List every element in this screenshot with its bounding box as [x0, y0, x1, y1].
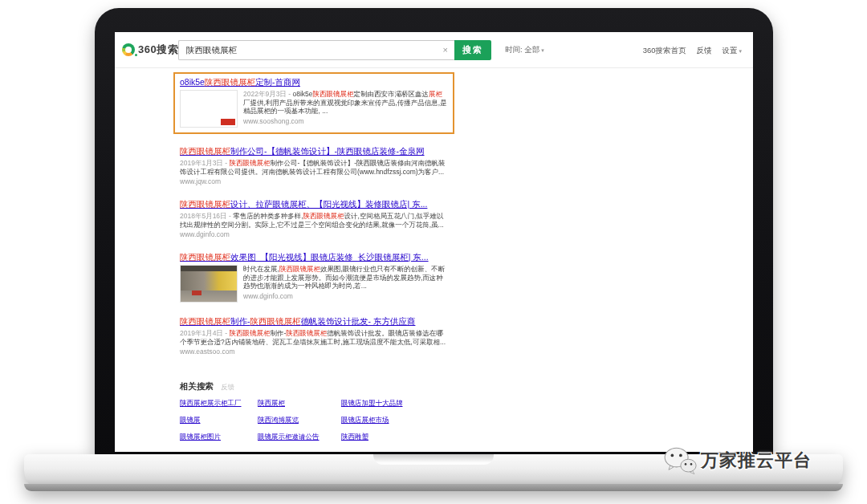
laptop-screen-bezel: 360搜索 陕西眼镜展柜 × 搜索 时间: 全部▾ 360搜索首页 反馈 设置▾ — [95, 8, 773, 464]
watermark: 万家推云平台 — [663, 446, 812, 475]
wechat-icon — [663, 446, 697, 475]
related-search-link[interactable]: 陕西展柜展示柜工厂 — [180, 399, 242, 408]
highlighted-keyword: 陕西眼镜展柜 — [312, 90, 353, 98]
result-text: 2019年1月3日 - 陕西眼镜展柜制作公司-【德帆装饰设计】-陕西眼镜店装修由… — [180, 159, 448, 185]
plain-text: 设计、拉萨眼镜展柜、【阳光视线】装修眼镜店| 东... — [230, 199, 427, 209]
highlighted-keyword: 陕西眼镜展柜 — [205, 77, 255, 87]
highlighted-keyword: 陕西眼镜展柜 — [250, 316, 301, 326]
result-title-link[interactable]: 陕西眼镜展柜制作-陕西眼镜展柜德帆装饰设计批发- 东方供应商 — [180, 316, 448, 327]
laptop-thumb-notch — [373, 454, 494, 465]
result-title-link[interactable]: 陕西眼镜展柜制作公司-【德帆装饰设计】-陕西眼镜店装修-金泉网 — [180, 146, 448, 156]
result-date: 2022年9月3日 - — [243, 90, 292, 98]
related-search-link[interactable]: 眼镜展示柜邀请公告 — [258, 433, 320, 442]
plain-text: 厂提供,利用产品所带来的直观视觉印象来宣传产品,传播产品信息,是精品展柜的一项基… — [243, 99, 447, 116]
search-bar: 陕西眼镜展柜 × 搜索 — [178, 40, 491, 60]
360-search-logo[interactable]: 360搜索 — [122, 43, 178, 57]
result-url: www.eastsoo.com — [180, 348, 448, 356]
result-snippet: 2019年1月3日 - 陕西眼镜展柜制作公司-【德帆装饰设计】-陕西眼镜店装修由… — [180, 159, 448, 176]
related-search-link[interactable]: 眼镜店加盟十大品牌 — [341, 399, 403, 408]
result-url: www.sooshong.com — [243, 117, 448, 125]
plain-text: 定制由西安市灞桥区鑫达 — [353, 90, 429, 98]
highlighted-keyword: 陕西眼镜展柜 — [229, 159, 270, 167]
search-input[interactable]: 陕西眼镜展柜 × — [178, 40, 454, 60]
related-search-link[interactable]: 眼镜展柜图片 — [180, 433, 221, 442]
result-body: 2019年1月4日 - 陕西眼镜展柜制作-陕西眼镜展柜德帆装饰设计批发。眼镜店装… — [180, 329, 448, 356]
chevron-down-icon: ▾ — [739, 48, 742, 54]
result-text: 2022年9月3日 - o8ik5e陕西眼镜展柜定制由西安市灞桥区鑫达展柜厂提供… — [243, 90, 448, 128]
result-thumbnail[interactable] — [180, 90, 238, 128]
related-search-link[interactable]: 陕西雕塑 — [341, 433, 368, 442]
plain-text: 制作- — [230, 316, 250, 326]
plain-text: 德帆装饰设计批发- 东方供应商 — [301, 316, 416, 326]
search-result: 陕西眼镜展柜效果图_【阳光视线】眼镜店装修_长沙眼镜展柜| 东...时代在发展,… — [180, 252, 448, 303]
result-url: www.jqw.com — [180, 177, 448, 185]
highlighted-keyword: 陕西眼镜展柜 — [279, 265, 320, 273]
plain-text: 零售店的种类多种多样, — [233, 212, 303, 220]
related-searches-header: 相关搜索 反馈 — [180, 381, 429, 392]
highlighted-keyword: 陕西眼镜展柜 — [229, 329, 270, 337]
result-title-link[interactable]: o8ik5e陕西眼镜展柜定制-首商网 — [180, 77, 448, 87]
result-body: 2022年9月3日 - o8ik5e陕西眼镜展柜定制由西安市灞桥区鑫达展柜厂提供… — [180, 90, 448, 128]
related-searches-title: 相关搜索 — [180, 381, 214, 392]
feedback-link[interactable]: 反馈 — [696, 46, 711, 56]
result-snippet: 2019年1月4日 - 陕西眼镜展柜制作-陕西眼镜展柜德帆装饰设计批发。眼镜店装… — [180, 329, 448, 346]
result-body: 时代在发展,陕西眼镜展柜效果图,眼镜行业也只有不断的创新、不断的进步才能跟上发展… — [180, 265, 448, 303]
highlighted-keyword: 陕西眼镜展柜 — [180, 252, 230, 262]
related-feedback-link[interactable]: 反馈 — [221, 383, 234, 392]
settings-label: 设置 — [722, 46, 737, 55]
laptop-mockup: 360搜索 陕西眼镜展柜 × 搜索 时间: 全部▾ 360搜索首页 反馈 设置▾ — [0, 0, 867, 504]
related-search-link[interactable]: 眼镜店展柜市场 — [341, 416, 389, 425]
search-button[interactable]: 搜索 — [454, 40, 491, 60]
laptop-base-edge — [24, 484, 843, 491]
related-search-link[interactable]: 陕西展柜 — [258, 399, 285, 408]
result-thumbnail[interactable] — [180, 265, 238, 303]
header-links: 360搜索首页 反馈 设置▾ — [643, 46, 742, 56]
search-header: 360搜索 陕西眼镜展柜 × 搜索 时间: 全部▾ 360搜索首页 反馈 设置▾ — [115, 32, 753, 68]
result-snippet: 时代在发展,陕西眼镜展柜效果图,眼镜行业也只有不断的创新、不断的进步才能跟上发展… — [243, 265, 448, 291]
highlighted-keyword: 陕西眼镜展柜 — [180, 316, 230, 326]
result-body: 2019年1月3日 - 陕西眼镜展柜制作公司-【德帆装饰设计】-陕西眼镜店装修由… — [180, 159, 448, 185]
results-list: o8ik5e陕西眼镜展柜定制-首商网2022年9月3日 - o8ik5e陕西眼镜… — [180, 72, 448, 369]
clear-icon[interactable]: × — [443, 41, 448, 59]
related-searches: 相关搜索 反馈 陕西展柜展示柜工厂陕西展柜眼镜店加盟十大品牌眼镜展陕西鸿博展览眼… — [180, 381, 429, 442]
stage: 360搜索 陕西眼镜展柜 × 搜索 时间: 全部▾ 360搜索首页 反馈 设置▾ — [0, 0, 867, 504]
logo-text: 360搜索 — [138, 43, 178, 57]
search-query-text: 陕西眼镜展柜 — [186, 45, 237, 55]
related-searches-grid: 陕西展柜展示柜工厂陕西展柜眼镜店加盟十大品牌眼镜展陕西鸿博展览眼镜店展柜市场眼镜… — [180, 399, 429, 442]
browser-viewport: 360搜索 陕西眼镜展柜 × 搜索 时间: 全部▾ 360搜索首页 反馈 设置▾ — [115, 32, 753, 452]
plain-text: o8ik5e — [292, 90, 312, 98]
plain-text: 效果图_【阳光视线】眼镜店装修_长沙眼镜展柜| 东... — [230, 252, 429, 262]
related-search-link[interactable]: 陕西鸿博展览 — [258, 416, 299, 425]
highlighted-keyword: 陕西眼镜展柜 — [303, 212, 344, 220]
chevron-down-icon: ▾ — [541, 47, 544, 53]
result-body: 2018年5月16日 - 零售店的种类多种多样,陕西眼镜展柜设计,空间格局五花八… — [180, 212, 448, 238]
result-snippet: 2018年5月16日 - 零售店的种类多种多样,陕西眼镜展柜设计,空间格局五花八… — [180, 212, 448, 229]
search-result: 陕西眼镜展柜制作公司-【德帆装饰设计】-陕西眼镜店装修-金泉网2019年1月3日… — [180, 146, 448, 185]
home-link[interactable]: 360搜索首页 — [643, 46, 686, 56]
result-date: 2019年1月3日 - — [180, 159, 229, 167]
plain-text: 制作- — [270, 329, 286, 337]
search-result: o8ik5e陕西眼镜展柜定制-首商网2022年9月3日 - o8ik5e陕西眼镜… — [173, 72, 454, 134]
highlighted-keyword: 陕西眼镜展柜 — [180, 199, 230, 209]
result-url: www.dginfo.com — [180, 230, 448, 238]
highlighted-keyword: 陕西眼镜展柜 — [180, 146, 230, 156]
result-text: 时代在发展,陕西眼镜展柜效果图,眼镜行业也只有不断的创新、不断的进步才能跟上发展… — [243, 265, 448, 303]
result-date: 2019年1月4日 - — [180, 329, 229, 337]
plain-text: o8ik5e — [180, 77, 205, 87]
result-date: 2018年5月16日 - — [180, 212, 233, 220]
360-logo-icon — [122, 43, 135, 56]
time-filter-dropdown[interactable]: 时间: 全部▾ — [505, 45, 544, 55]
highlighted-keyword: 陕西眼镜展柜 — [286, 329, 327, 337]
plain-text: 定制-首商网 — [255, 77, 300, 87]
related-search-link[interactable]: 眼镜展 — [180, 416, 201, 425]
result-text: 2018年5月16日 - 零售店的种类多种多样,陕西眼镜展柜设计,空间格局五花八… — [180, 212, 448, 238]
settings-dropdown[interactable]: 设置▾ — [722, 46, 742, 56]
highlighted-keyword: 展柜 — [429, 90, 442, 98]
result-title-link[interactable]: 陕西眼镜展柜效果图_【阳光视线】眼镜店装修_长沙眼镜展柜| 东... — [180, 252, 448, 262]
watermark-brand: 万家推云平台 — [701, 449, 812, 473]
result-snippet: 2022年9月3日 - o8ik5e陕西眼镜展柜定制由西安市灞桥区鑫达展柜厂提供… — [243, 90, 448, 116]
search-result: 陕西眼镜展柜制作-陕西眼镜展柜德帆装饰设计批发- 东方供应商2019年1月4日 … — [180, 316, 448, 356]
result-title-link[interactable]: 陕西眼镜展柜设计、拉萨眼镜展柜、【阳光视线】装修眼镜店| 东... — [180, 199, 448, 209]
time-filter-label: 时间: 全部 — [505, 45, 539, 54]
search-result: 陕西眼镜展柜设计、拉萨眼镜展柜、【阳光视线】装修眼镜店| 东...2018年5月… — [180, 199, 448, 238]
